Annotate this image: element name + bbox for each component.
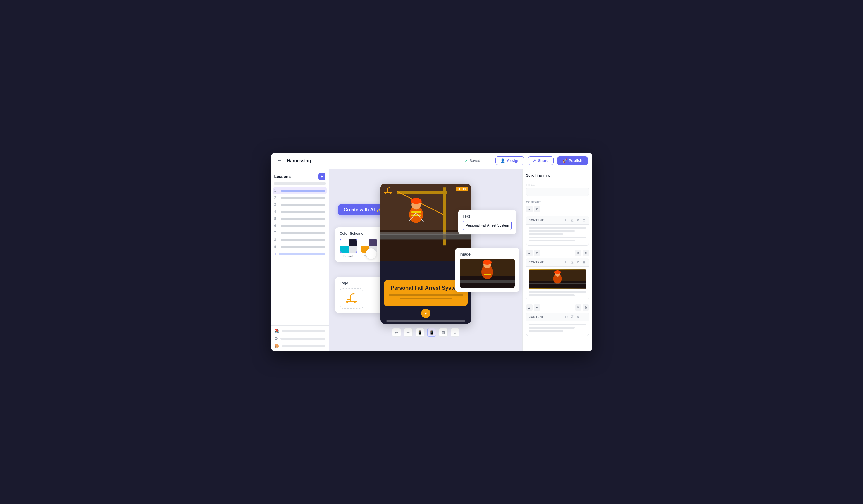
move-down-button[interactable]: ▼: [534, 206, 540, 212]
redo-button[interactable]: ↪: [404, 328, 413, 337]
gear-icon: ⚙: [274, 336, 278, 341]
svg-rect-8: [397, 191, 447, 194]
image-icon[interactable]: 🖼: [570, 218, 575, 223]
block-delete[interactable]: 🗑: [583, 250, 589, 256]
text-panel-input[interactable]: [463, 221, 512, 230]
image-icon-2[interactable]: 🖼: [570, 260, 575, 265]
block-icon[interactable]: ⊞: [582, 218, 586, 223]
sidebar-search: [274, 182, 326, 185]
sidebar-bottom: 📚 ⚙ 🎨: [271, 325, 329, 351]
title-input[interactable]: [526, 188, 589, 196]
sidebar-bottom-lessons[interactable]: 📚: [274, 329, 325, 333]
canvas-toolbar: ↩ ↪ 📱 📱 🖥 ☆: [392, 328, 460, 337]
block-icon-2[interactable]: ⊞: [582, 260, 586, 265]
favorite-button[interactable]: ☆: [451, 328, 460, 337]
content-label-section: Content ▲ ▼: [526, 199, 589, 212]
svg-rect-21: [387, 188, 388, 192]
share-button[interactable]: ↗ Share: [528, 156, 553, 165]
block-delete-2[interactable]: 🗑: [583, 304, 589, 311]
book-icon: 📚: [274, 329, 279, 333]
content-block-3-body: [526, 321, 589, 336]
text-format-icon-2[interactable]: T↕: [564, 260, 569, 265]
slide-badge: 4 / 14: [456, 187, 468, 191]
prev-slide-button[interactable]: ‹: [366, 249, 376, 259]
content-block-1-body: [526, 225, 589, 245]
lesson-bar: [281, 225, 325, 227]
svg-point-3: [346, 301, 348, 303]
sidebar-actions: ⋮ +: [310, 173, 325, 180]
content-block-1: CONTENT T↕ 🖼 ⚙ ⊞: [526, 216, 589, 245]
lesson-item[interactable]: 4: [273, 208, 327, 215]
add-lesson-inline[interactable]: +: [274, 252, 277, 256]
slide-progress-bar: [386, 320, 465, 322]
content-block-2-header: CONTENT T↕ 🖼 ⚙ ⊞: [526, 258, 589, 267]
text-format-icon-3[interactable]: T↕: [564, 315, 569, 319]
lesson-item[interactable]: 5: [273, 215, 327, 222]
image-icon-3[interactable]: 🖼: [570, 315, 575, 319]
sidebar-dots-button[interactable]: ⋮: [310, 173, 317, 180]
lesson-item[interactable]: 9: [273, 243, 327, 250]
block-icon-3[interactable]: ⊞: [582, 315, 586, 319]
content-block-1-header: CONTENT T↕ 🖼 ⚙ ⊞: [526, 216, 589, 225]
desktop-view-button[interactable]: 🖥: [439, 328, 448, 337]
slide-subtitle-bar-short: [400, 298, 452, 299]
lesson-item[interactable]: 2: [273, 194, 327, 201]
block-move-down[interactable]: ▼: [534, 250, 540, 256]
right-panel: Scrolling mix TITLE Content ▲ ▼ CONTENT: [522, 169, 592, 351]
tablet-view-button[interactable]: 📱: [427, 328, 436, 337]
sidebar-bottom-theme[interactable]: 🎨: [274, 344, 325, 349]
page-title: Harnessing: [287, 158, 462, 163]
main-layout: Lessons ⋮ + 1 2 3: [271, 169, 592, 351]
paint-icon: 🎨: [274, 344, 279, 349]
publish-icon: 🚀: [562, 159, 567, 163]
block-copy[interactable]: ⧉: [575, 250, 581, 256]
slide-chevron[interactable]: ∨: [421, 309, 430, 318]
lesson-item[interactable]: 1: [273, 187, 327, 194]
share-icon: ↗: [533, 159, 536, 163]
image-panel-preview: [460, 259, 515, 288]
back-button[interactable]: ←: [275, 157, 284, 165]
block-copy-2[interactable]: ⧉: [575, 304, 581, 311]
sidebar-add-button[interactable]: +: [318, 173, 325, 180]
text-format-icon[interactable]: T↕: [564, 218, 569, 223]
logo-upload-area[interactable]: [340, 288, 363, 309]
settings-icon-2[interactable]: ⚙: [576, 260, 580, 265]
lesson-bar: [281, 190, 325, 192]
text-panel: Text: [458, 210, 516, 234]
lesson-item[interactable]: 7: [273, 229, 327, 236]
title-label: TITLE: [526, 183, 589, 187]
lesson-item[interactable]: 8: [273, 236, 327, 243]
move-up-button[interactable]: ▲: [526, 206, 533, 212]
settings-icon[interactable]: ⚙: [576, 218, 580, 223]
lesson-bar: [281, 218, 325, 220]
lesson-bar: [281, 246, 325, 248]
sidebar-title: Lessons: [274, 174, 291, 179]
default-swatch[interactable]: Default: [340, 239, 358, 258]
undo-button[interactable]: ↩: [392, 328, 401, 337]
svg-rect-2: [347, 299, 351, 300]
title-section: TITLE: [526, 183, 589, 196]
lesson-bar: [281, 239, 325, 241]
settings-icon-3[interactable]: ⚙: [576, 315, 580, 319]
assign-icon: 👤: [500, 159, 505, 163]
block-move-down-2[interactable]: ▼: [534, 304, 540, 311]
svg-point-37: [554, 270, 561, 274]
mobile-view-button[interactable]: 📱: [415, 328, 424, 337]
text-panel-title: Text: [463, 214, 512, 218]
content-block-3: CONTENT T↕ 🖼 ⚙ ⊞: [526, 313, 589, 336]
lesson-list: 1 2 3 4 5: [271, 187, 329, 325]
lesson-item[interactable]: 3: [273, 201, 327, 208]
svg-rect-32: [460, 280, 515, 283]
more-options-button[interactable]: ⋮: [484, 157, 492, 165]
block-move-up[interactable]: ▲: [526, 250, 533, 256]
header: ← Harnessing ✓ Saved ⋮ 👤 Assign ↗ Share …: [271, 153, 592, 169]
slide-subtitle-bar: [389, 294, 463, 296]
assign-button[interactable]: 👤 Assign: [496, 156, 524, 165]
block-move-up-2[interactable]: ▲: [526, 304, 533, 311]
sidebar-bottom-settings[interactable]: ⚙: [274, 336, 325, 341]
image-panel: Image: [455, 248, 520, 292]
lesson-item[interactable]: 6: [273, 222, 327, 229]
svg-rect-22: [385, 191, 387, 191]
publish-button[interactable]: 🚀 Publish: [557, 156, 588, 165]
app-window: ← Harnessing ✓ Saved ⋮ 👤 Assign ↗ Share …: [271, 153, 592, 351]
